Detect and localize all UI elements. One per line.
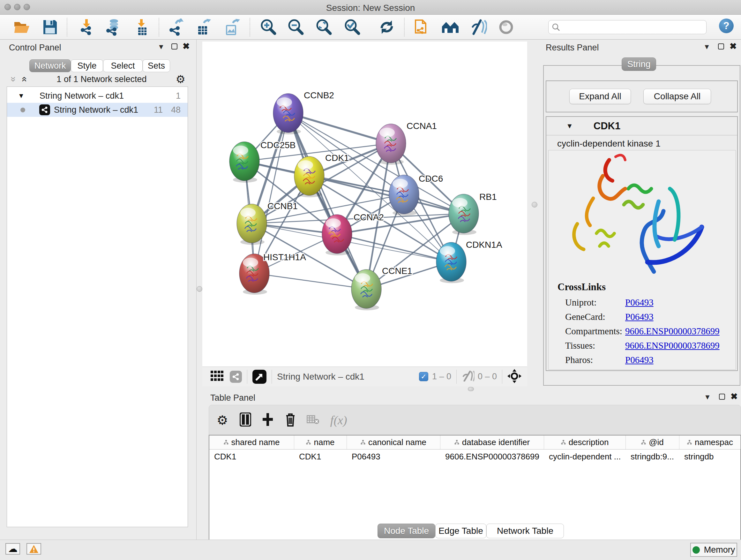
tab-node-table[interactable]: Node Table (378, 523, 435, 538)
table-cell[interactable]: P06493 (347, 449, 441, 463)
network-edge[interactable] (254, 273, 366, 289)
gear-icon[interactable]: ⚙ (217, 413, 228, 428)
float-panel-icon[interactable] (172, 44, 178, 50)
tab-network[interactable]: Network (29, 59, 71, 72)
network-node[interactable] (376, 124, 406, 165)
warnings-button[interactable] (26, 543, 41, 555)
table-cell[interactable]: CDK1 (209, 449, 294, 463)
import-network-file-button[interactable] (77, 18, 95, 36)
column-header-name[interactable]: name (294, 435, 347, 449)
float-panel-icon[interactable] (719, 394, 725, 400)
save-session-button[interactable] (41, 18, 59, 36)
column-header-namespac[interactable]: namespac (679, 435, 741, 449)
gene-card-header[interactable]: ▼ CDK1 (546, 117, 737, 135)
table-row[interactable]: CDK1CDK1P064939606.ENSP00000378699cyclin… (209, 449, 740, 463)
open-session-button[interactable] (13, 18, 30, 36)
network-canvas[interactable]: CCNB2CCNA1CDC25BCDK1CDC6RB1CCNB1CCNA2CDK… (202, 42, 527, 367)
hide-selected-button[interactable] (469, 18, 487, 36)
export-table-button[interactable] (194, 18, 212, 36)
panel-menu-caret[interactable]: ▼ (158, 43, 165, 51)
close-panel-icon[interactable]: ✖ (730, 42, 737, 51)
crosslink-link[interactable]: P06493 (625, 297, 654, 308)
network-node[interactable] (229, 142, 259, 183)
network-node[interactable] (273, 94, 303, 134)
close-panel-icon[interactable]: ✖ (731, 392, 738, 401)
column-header-database-identifier[interactable]: database identifier (441, 435, 544, 449)
hidden-eye-icon[interactable] (462, 371, 475, 383)
export-image-button[interactable] (223, 18, 241, 36)
column-header-canonical-name[interactable]: canonical name (347, 435, 441, 449)
tree-expander-icon[interactable]: ▼ (18, 92, 24, 100)
add-column-icon[interactable] (262, 413, 273, 428)
panel-menu-caret[interactable]: ▼ (703, 43, 711, 51)
fit-content-crosshair-icon[interactable] (508, 369, 522, 384)
collection-label: String Network – cdk1 (40, 91, 124, 101)
function-builder-icon[interactable]: f(x) (330, 413, 347, 427)
network-collection-row[interactable]: ▼ String Network – cdk1 1 (7, 89, 188, 103)
results-tab-string[interactable]: String (622, 57, 656, 71)
show-all-networks-button[interactable] (441, 18, 459, 36)
help-button[interactable]: ? (719, 18, 734, 33)
zoom-fit-button[interactable] (315, 18, 333, 36)
network-node[interactable] (449, 194, 479, 235)
crosslink-link[interactable]: P06493 (625, 355, 654, 365)
refresh-view-button[interactable] (378, 18, 396, 36)
table-cell[interactable]: stringdb (679, 449, 741, 463)
tab-edge-table[interactable]: Edge Table (435, 523, 486, 538)
column-header-description[interactable]: description (544, 435, 626, 449)
network-row[interactable]: String Network – cdk1 11 48 (7, 103, 188, 117)
network-node[interactable] (351, 269, 381, 310)
network-edge[interactable] (288, 113, 366, 289)
zoom-out-button[interactable] (286, 18, 305, 36)
tab-sets[interactable]: Sets (143, 59, 170, 72)
selected-nodes-checkbox[interactable]: ✓ (419, 372, 428, 381)
network-node[interactable] (322, 214, 352, 255)
collapse-all-button[interactable]: Collapse All (643, 89, 711, 104)
expand-all-chevrons-icon[interactable]: « (19, 77, 30, 82)
birdseye-view-icon[interactable] (211, 371, 223, 383)
table-cell[interactable]: cyclin-dependent ... (544, 449, 626, 463)
panel-menu-caret[interactable]: ▼ (704, 393, 711, 401)
delete-column-icon[interactable] (285, 413, 296, 428)
network-edge[interactable] (254, 113, 288, 273)
network-node[interactable] (237, 204, 267, 245)
export-network-button[interactable] (167, 18, 185, 36)
tab-sets-label: Sets (148, 61, 165, 71)
tab-style[interactable]: Style (71, 59, 103, 72)
right-splitter-handle[interactable] (532, 202, 537, 207)
import-network-database-button[interactable] (104, 18, 122, 36)
cloud-status-button[interactable]: ☁ (5, 543, 20, 555)
column-header--id[interactable]: @id (626, 435, 679, 449)
open-in-new-window-icon[interactable] (253, 370, 266, 384)
results-panel-body: Expand All Collapse All ▼ CDK1 cyclin-de… (543, 65, 740, 386)
tab-select[interactable]: Select (103, 59, 143, 72)
table-cell[interactable]: 9606.ENSP00000378699 (441, 449, 544, 463)
table-cell[interactable]: CDK1 (294, 449, 347, 463)
show-selected-button[interactable] (497, 18, 515, 36)
import-table-file-button[interactable] (133, 18, 151, 36)
collapse-all-chevrons-icon[interactable]: » (8, 77, 19, 82)
crosslink-link[interactable]: 9606.ENSP00000378699 (625, 340, 720, 351)
gear-icon[interactable]: ⚙ (176, 73, 185, 85)
search-input[interactable] (548, 20, 706, 34)
column-header-shared-name[interactable]: shared name (209, 435, 294, 449)
expand-all-button[interactable]: Expand All (569, 89, 631, 104)
tab-network-table[interactable]: Network Table (486, 523, 564, 538)
table-cell[interactable]: stringdb:9... (626, 449, 679, 463)
zoom-in-button[interactable] (259, 18, 277, 36)
show-columns-icon[interactable] (240, 413, 251, 428)
network-node[interactable] (436, 242, 466, 283)
memory-button[interactable]: Memory (690, 543, 737, 557)
float-panel-icon[interactable] (718, 44, 724, 50)
close-panel-icon[interactable]: ✖ (183, 42, 190, 51)
left-splitter-handle[interactable] (197, 286, 202, 292)
zoom-selected-button[interactable] (343, 18, 361, 36)
collapse-caret-icon[interactable]: ▼ (566, 122, 573, 130)
string-view-icon[interactable] (230, 371, 242, 383)
delete-table-icon[interactable] (307, 415, 320, 426)
horizontal-splitter-handle[interactable] (468, 387, 474, 391)
string-import-button[interactable] (413, 18, 430, 36)
network-edge[interactable] (288, 113, 391, 143)
crosslink-link[interactable]: 9606.ENSP00000378699 (625, 326, 720, 336)
crosslink-link[interactable]: P06493 (625, 312, 654, 322)
